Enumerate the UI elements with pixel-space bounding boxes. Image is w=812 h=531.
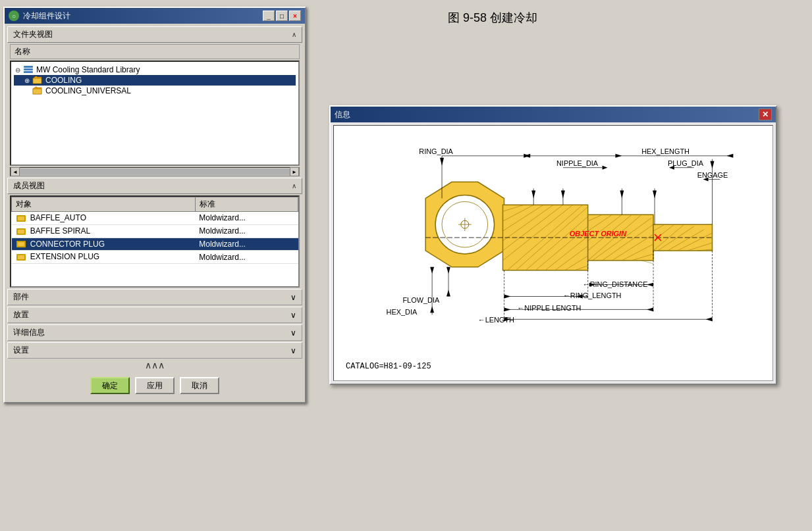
tree-label-root: MW Cooling Standard Library [36,65,140,74]
member-icon [16,227,26,236]
table-row[interactable]: CONNECTOR PLUG Moldwizard... [12,238,298,251]
close-button[interactable]: × [289,11,301,21]
svg-text:←NIPPLE LENGTH: ←NIPPLE LENGTH [517,304,581,312]
svg-text:HEX_LENGTH: HEX_LENGTH [641,147,690,155]
svg-text:HEX_DIA: HEX_DIA [387,308,418,316]
hscroll-track[interactable] [20,168,290,175]
members-table: 对象 标准 BAFFLE_AUTO Moldwizard... [11,197,298,264]
svg-text:OBJECT ORIGIN: OBJECT ORIGIN [570,230,627,238]
dialog-title: 冷却组件设计 [23,11,70,22]
page-title: 图 9-58 创建冷却 [448,10,537,26]
svg-text:←LENGTH: ←LENGTH [478,316,514,324]
folder-view-header[interactable]: 文件夹视图 ∧ [7,26,302,43]
svg-rect-1 [24,68,33,70]
folder-hscrollbar[interactable]: ◄ ► [10,167,300,176]
parts-header[interactable]: 部件 ∨ [7,289,302,305]
settings-section: 设置 ∨ [7,342,302,359]
info-dialog: 信息 ✕ RING_DIA HEX_LENGTH NIPPLE_DIA PLUG… [329,105,777,385]
table-row[interactable]: BAFFLE_AUTO Moldwizard... [12,212,298,225]
info-body: RING_DIA HEX_LENGTH NIPPLE_DIA PLUG_DIA … [333,125,773,381]
members-table-header: 对象 标准 [12,197,298,212]
details-header[interactable]: 详细信息 ∨ [7,324,302,341]
settings-arrow: ∨ [290,346,296,355]
restore-button[interactable]: □ [276,11,288,21]
svg-rect-0 [24,66,33,68]
member-name: EXTENSION PLUG [12,251,196,264]
parts-arrow: ∨ [290,293,296,302]
svg-rect-6 [33,89,41,94]
members-view-header[interactable]: 成员视图 ∧ [7,178,302,194]
member-name: CONNECTOR PLUG [12,238,196,251]
svg-text:FLOW_DIA: FLOW_DIA [402,296,440,304]
member-standard: Moldwizard... [195,251,298,264]
member-standard: Moldwizard... [195,212,298,225]
hscroll-left-btn[interactable]: ◄ [11,167,20,176]
col-object: 对象 [12,197,196,212]
tree-label-universal: COOLING_UNIVERSAL [45,86,131,95]
svg-text:RING_DIA: RING_DIA [419,147,453,155]
svg-text:PLUG_DIA: PLUG_DIA [668,159,704,167]
members-table-container[interactable]: 对象 标准 BAFFLE_AUTO Moldwizard... [10,195,300,288]
details-arrow: ∨ [290,328,296,338]
apply-button[interactable]: 应用 [135,377,175,394]
main-dialog-titlebar: ○ 冷却组件设计 _ □ × [5,8,305,24]
folder-view-label: 文件夹视图 [13,29,53,40]
member-name: BAFFLE SPIRAL [12,224,196,238]
tree-item-cooling-universal[interactable]: ⊕ COOLING_UNIVERSAL [14,86,296,96]
technical-drawing: RING_DIA HEX_LENGTH NIPPLE_DIA PLUG_DIA … [340,132,766,356]
settings-header[interactable]: 设置 ∨ [7,342,302,359]
tree-item-cooling[interactable]: ⊕ COOLING [14,75,296,86]
svg-text:NIPPLE_DIA: NIPPLE_DIA [556,159,599,167]
svg-rect-8 [18,216,24,220]
placement-label: 放置 [13,309,29,320]
catalog-text: CATALOG=H81-09-125 [340,358,766,374]
cancel-button[interactable]: 取消 [180,377,219,394]
member-icon [16,253,26,262]
placement-header[interactable]: 放置 ∨ [7,307,302,323]
member-icon [16,214,26,223]
dialog-icon: ○ [9,11,19,21]
member-standard: Moldwizard... [195,238,298,251]
member-icon [16,240,26,249]
svg-rect-2 [24,71,33,73]
details-label: 详细信息 [13,327,45,338]
main-dialog: ○ 冷却组件设计 _ □ × 文件夹视图 ∧ 名称 ⊖ [3,7,306,403]
svg-rect-12 [18,242,24,246]
placement-section: 放置 ∨ [7,307,302,323]
member-standard: Moldwizard... [195,224,298,238]
tree-expand-root: ⊖ [15,66,20,74]
svg-rect-10 [18,230,24,234]
dialog-body: 文件夹视图 ∧ 名称 ⊖ MW Cooling Standard Library… [5,24,305,402]
placement-arrow: ∨ [290,311,296,320]
svg-rect-4 [33,78,41,84]
tree-column-header: 名称 [10,44,300,59]
svg-text:ENGAGE: ENGAGE [697,171,728,179]
hscroll-right-btn[interactable]: ► [290,167,299,176]
table-row[interactable]: BAFFLE SPIRAL Moldwizard... [12,224,298,238]
info-titlebar: 信息 ✕ [331,107,776,122]
folder-icon-universal [32,86,43,95]
folder-icon-cooling [32,76,43,85]
info-close-button[interactable]: ✕ [759,109,772,120]
db-icon [23,65,34,74]
members-view-arrow: ∧ [292,182,296,190]
minimize-button[interactable]: _ [263,11,275,21]
tree-expand-cooling: ⊕ [24,77,30,84]
table-row[interactable]: EXTENSION PLUG Moldwizard... [12,251,298,264]
parts-section: 部件 ∨ [7,289,302,305]
folder-tree[interactable]: ⊖ MW Cooling Standard Library ⊕ COOLING [10,61,300,166]
folder-view-arrow: ∧ [292,31,296,38]
up-arrows: ∧∧∧ [7,359,302,372]
members-view-label: 成员视图 [13,180,45,191]
bottom-buttons: 确定 应用 取消 [7,372,302,399]
member-name: BAFFLE_AUTO [12,212,196,225]
confirm-button[interactable]: 确定 [90,377,130,394]
details-section: 详细信息 ∨ [7,324,302,341]
parts-label: 部件 [13,291,29,303]
tree-label-cooling: COOLING [45,76,82,85]
tree-item-root[interactable]: ⊖ MW Cooling Standard Library [14,64,296,75]
info-title: 信息 [335,109,350,120]
col-standard: 标准 [195,197,298,212]
settings-label: 设置 [13,345,29,356]
svg-rect-14 [18,255,24,259]
